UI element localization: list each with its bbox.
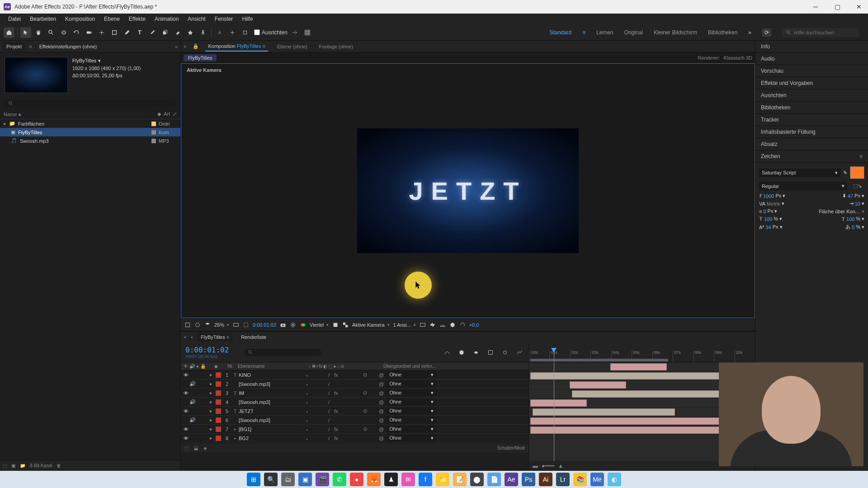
visibility-toggle[interactable] xyxy=(184,381,189,387)
pickwhip-icon[interactable]: @ xyxy=(379,372,384,378)
sort-icon[interactable]: ▴ xyxy=(19,111,21,117)
refresh-icon[interactable] xyxy=(459,322,466,328)
expand-toggle[interactable]: ▸ xyxy=(208,435,214,441)
taskbar-app-icon[interactable]: 📄 xyxy=(487,473,501,486)
project-tab[interactable]: Projekt xyxy=(3,42,25,51)
workspace-overflow-icon[interactable]: » xyxy=(748,29,751,36)
label-color[interactable] xyxy=(216,372,221,378)
project-item[interactable]: 🎵Swoosh.mp3MP3 xyxy=(0,136,180,145)
toggle-expand-icon[interactable]: ◈ xyxy=(203,446,207,450)
side-panel-bibliotheken[interactable]: Bibliotheken xyxy=(755,102,868,114)
layer-name[interactable]: IM xyxy=(239,390,304,396)
frame-blend-icon[interactable] xyxy=(485,347,496,358)
side-panel-info[interactable]: Info xyxy=(755,41,868,53)
layer-name[interactable]: JETZT xyxy=(239,408,304,414)
side-panel-audio[interactable]: Audio xyxy=(755,53,868,65)
selection-tool-icon[interactable] xyxy=(20,27,31,38)
label-color[interactable] xyxy=(216,418,221,423)
comp-lock-icon[interactable]: 🔒 xyxy=(193,43,199,49)
expand-toggle[interactable]: ▸ xyxy=(208,408,214,414)
label-color[interactable] xyxy=(216,390,221,396)
parent-dropdown[interactable]: Ohne▾ xyxy=(387,408,436,414)
leading-field[interactable]: ⬍47 Px ▾ xyxy=(842,193,864,199)
switches-modes-toggle[interactable]: Schalter/Modi xyxy=(497,446,525,450)
timeline-timecode[interactable]: 0:00:01:02 xyxy=(185,346,240,354)
menu-hilfe[interactable]: Hilfe xyxy=(237,14,257,23)
menu-ebene[interactable]: Ebene xyxy=(99,14,124,23)
visibility-toggle[interactable]: 👁 xyxy=(184,408,189,414)
pickwhip-icon[interactable]: @ xyxy=(379,390,384,396)
pan-behind-tool-icon[interactable] xyxy=(96,27,107,38)
visibility-toggle[interactable]: 👁 xyxy=(184,427,189,432)
audio-toggle[interactable] xyxy=(190,408,195,414)
pickwhip-icon[interactable]: @ xyxy=(379,408,384,414)
eyedropper-icon[interactable]: ✎ xyxy=(843,170,847,176)
font-style-dropdown[interactable]: Regular▾ xyxy=(759,182,847,190)
proportional-grid-icon[interactable] xyxy=(302,27,313,38)
font-size-field[interactable]: 𝑇1000 Px ▾ xyxy=(759,193,785,199)
puppet-tool-icon[interactable] xyxy=(198,27,208,38)
workspace-learn[interactable]: Lernen xyxy=(596,29,613,36)
draft3d-icon[interactable] xyxy=(456,347,467,358)
taskbar-app-icon[interactable]: 🎬 xyxy=(316,473,329,486)
channel-icon[interactable] xyxy=(300,322,306,328)
help-search-input[interactable] xyxy=(794,30,855,35)
pixel-aspect-icon[interactable] xyxy=(420,322,426,328)
visibility-toggle[interactable]: 👁 xyxy=(184,436,189,441)
layer-row[interactable]: 🔊▸2[Swoosh.mp3]⬩/@Ohne▾ xyxy=(181,380,528,389)
shy-switch-icon[interactable]: ⬩ xyxy=(308,364,311,369)
side-panel-ausrichten[interactable]: Ausrichten xyxy=(755,89,868,102)
clip[interactable] xyxy=(610,363,667,371)
local-axis-icon[interactable] xyxy=(214,27,225,38)
pickwhip-icon[interactable]: @ xyxy=(379,427,384,432)
pickwhip-icon[interactable]: @ xyxy=(379,399,384,405)
expand-toggle[interactable]: ▸ xyxy=(208,399,214,405)
menu-komposition[interactable]: Komposition xyxy=(61,14,99,23)
taskbar-app-icon[interactable]: ✉ xyxy=(401,473,415,486)
layer-row[interactable]: 👁▸5TJETZT⬩/fx⊙@Ohne▾ xyxy=(181,407,528,416)
effect-controls-tab[interactable]: Effekteinstellungen (ohne) xyxy=(36,42,101,51)
side-panel-effekte-und-vorgaben[interactable]: Effekte und Vorgaben xyxy=(755,77,868,89)
audio-toggle[interactable] xyxy=(190,436,195,441)
renderlist-tab[interactable]: Renderliste xyxy=(237,333,270,342)
layer-row[interactable]: 🔊▸4[Swoosh.mp3]⬩/@Ohne▾ xyxy=(181,398,528,407)
taskbar-app-icon[interactable]: 🔍 xyxy=(264,473,278,486)
side-panel-inhaltsbasierte-füllung[interactable]: Inhaltsbasierte Füllung xyxy=(755,126,868,138)
audio-toggle[interactable] xyxy=(190,372,195,378)
minimize-button[interactable]: ─ xyxy=(810,1,821,12)
3d-ground-icon[interactable] xyxy=(439,322,446,328)
clone-tool-icon[interactable] xyxy=(160,27,170,38)
parent-dropdown[interactable]: Ohne▾ xyxy=(387,426,436,432)
home-icon[interactable] xyxy=(4,27,14,38)
parent-dropdown[interactable]: Ohne▾ xyxy=(387,371,436,378)
audio-toggle[interactable]: 🔊 xyxy=(190,399,195,405)
fast-draft-icon[interactable] xyxy=(429,322,436,328)
timeline-tab[interactable]: FlyByTitles ≡ xyxy=(197,333,233,342)
zoom-dropdown[interactable]: 25% xyxy=(214,322,229,328)
time-ruler[interactable]: :00s01s02s03s04s05s06s07s08s09s10s xyxy=(529,343,755,362)
audio-toggle[interactable] xyxy=(190,427,195,432)
visibility-toggle[interactable] xyxy=(184,399,189,405)
brush-tool-icon[interactable] xyxy=(147,27,158,38)
label-col-icon[interactable]: ◆ xyxy=(214,364,225,369)
delete-icon[interactable]: 🗑 xyxy=(57,463,61,468)
timeline-search[interactable] xyxy=(244,349,321,356)
resolution-full-icon[interactable] xyxy=(233,322,239,328)
visibility-toggle[interactable]: 👁 xyxy=(184,390,189,396)
visibility-toggle[interactable] xyxy=(184,417,189,423)
menu-fenster[interactable]: Fenster xyxy=(210,14,238,23)
expand-toggle[interactable]: ▸ xyxy=(208,390,214,396)
fast-preview-icon[interactable] xyxy=(332,322,339,328)
workspace-standard[interactable]: Standard xyxy=(549,29,571,36)
workspace-menu-icon[interactable]: ≡ xyxy=(582,29,585,36)
resolution-dropdown[interactable]: Viertel xyxy=(310,322,329,328)
zoom-out-icon[interactable]: ▬ xyxy=(533,463,538,469)
lock-col-icon[interactable]: 🔒 xyxy=(200,364,206,369)
label-col-icon[interactable]: ◆ xyxy=(157,111,161,117)
project-item[interactable]: ▣FlyByTitlesKom xyxy=(0,128,180,136)
comp-mini-flow-icon[interactable] xyxy=(442,347,453,358)
layer-name[interactable]: [Swoosh.mp3] xyxy=(239,399,304,405)
graph-editor-icon[interactable] xyxy=(514,347,525,358)
hide-shy-icon[interactable] xyxy=(471,347,481,358)
snapshot-icon[interactable] xyxy=(280,322,286,328)
